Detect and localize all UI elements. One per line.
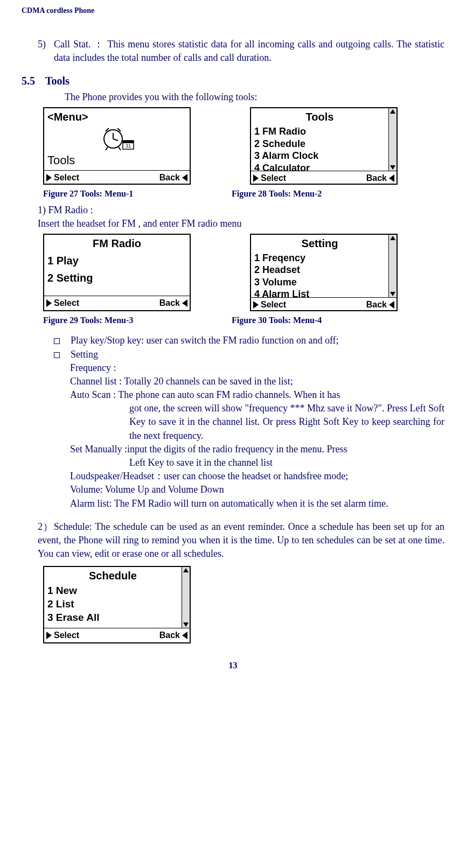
- softkey-select[interactable]: Select: [253, 299, 286, 311]
- softkey-back[interactable]: Back: [366, 299, 394, 311]
- autoscan-line1: Auto Scan : The phone can auto scan FM r…: [70, 388, 444, 402]
- menu-item[interactable]: 1 New: [47, 584, 178, 598]
- triangle-right-icon: [253, 301, 259, 309]
- list-text-5: Call Stat. ： This menu stores statistic …: [54, 38, 444, 65]
- scrollbar[interactable]: [182, 567, 190, 628]
- menu-item[interactable]: 3 Erase All: [47, 611, 178, 625]
- screen-28-title: Tools: [251, 108, 388, 125]
- section-title: Tools: [45, 73, 69, 88]
- scroll-up-icon: [390, 236, 395, 240]
- triangle-left-icon: [182, 299, 187, 307]
- section-5-5: 5.5 Tools: [22, 73, 444, 88]
- list-item-5: 5) Call Stat. ： This menu stores statist…: [38, 38, 444, 65]
- setman-line1: Set Manually :input the digits of the ra…: [70, 443, 444, 456]
- menu-item[interactable]: 1 FM Radio: [254, 125, 385, 138]
- screen-sched-title: Schedule: [44, 567, 182, 584]
- freq-line: Frequency :: [70, 361, 444, 375]
- svg-text:31: 31: [126, 143, 131, 149]
- screen-27: <Menu> 31 Tools Select Back: [43, 107, 191, 185]
- softkey-select[interactable]: Select: [46, 629, 79, 641]
- screen-28: Tools 1 FM Radio 2 Schedule 3 Alarm Cloc…: [250, 107, 398, 185]
- alarmlist-line: Alarm list: The FM Radio will turn on au…: [70, 497, 444, 510]
- list-num-5: 5): [38, 38, 54, 65]
- svg-line-3: [106, 147, 108, 150]
- triangle-left-icon: [182, 632, 187, 639]
- screen-27-body: 31: [44, 125, 190, 152]
- captions-row-2: Figure 29 Tools: Menu-3 Figure 30 Tools:…: [22, 314, 444, 326]
- triangle-left-icon: [182, 174, 187, 181]
- autoscan-line2: got one, the screen will show "frequency…: [129, 402, 444, 443]
- scroll-up-icon: [183, 568, 189, 572]
- bullet-play: Play key/Stop key: user can switch the F…: [54, 334, 444, 347]
- menu-item[interactable]: 1 Freqency: [254, 252, 385, 264]
- scroll-down-icon: [390, 292, 395, 296]
- svg-line-4: [119, 147, 121, 150]
- softkey-select[interactable]: Select: [253, 172, 286, 184]
- svg-line-2: [113, 139, 118, 141]
- screen-schedule: Schedule 1 New 2 List 3 Erase All Select…: [43, 566, 191, 643]
- scroll-down-icon: [183, 622, 189, 627]
- bullet-icon: [54, 338, 60, 344]
- loudspeaker-line: Loudspeaker/Headset：user can choose the …: [70, 470, 444, 483]
- menu-item[interactable]: 2 List: [47, 598, 178, 611]
- caption-27: Figure 27 Tools: Menu-1: [43, 188, 232, 200]
- scrollbar[interactable]: [388, 235, 397, 297]
- bullet-icon: [54, 352, 60, 358]
- triangle-left-icon: [389, 174, 394, 182]
- bullet-setting: Setting: [54, 348, 444, 361]
- fm-radio-heading: 1) FM Radio :: [38, 204, 444, 217]
- menu-item[interactable]: 2 Setting: [47, 269, 186, 286]
- scrollbar[interactable]: [388, 108, 397, 171]
- screens-row-1: <Menu> 31 Tools Select Back Tools: [43, 107, 444, 185]
- page-number: 13: [22, 660, 444, 671]
- softkey-back[interactable]: Back: [159, 172, 187, 184]
- fm-insert-text: Insert the headset for FM , and enter FM…: [38, 217, 444, 230]
- softkey-select[interactable]: Select: [46, 297, 79, 309]
- softkey-back[interactable]: Back: [366, 172, 394, 184]
- doc-header: CDMA cordless Phone: [22, 5, 444, 16]
- menu-item[interactable]: 2 Headset: [254, 264, 385, 276]
- softkey-back[interactable]: Back: [159, 297, 187, 309]
- screen-27-label: Tools: [44, 152, 190, 170]
- screen-30-title: Setting: [251, 235, 388, 252]
- menu-item[interactable]: 3 Alarm Clock: [254, 150, 385, 162]
- caption-30: Figure 30 Tools: Menu-4: [232, 314, 322, 326]
- tools-intro: The Phone provides you with the followin…: [65, 90, 444, 104]
- softkey-select[interactable]: Select: [46, 172, 79, 184]
- scroll-down-icon: [390, 165, 395, 170]
- volume-line: Volume: Volume Up and Volume Down: [70, 483, 444, 496]
- setman-line2: Left Key to save it in the channel list: [129, 456, 444, 470]
- triangle-right-icon: [46, 632, 52, 639]
- triangle-right-icon: [46, 299, 52, 307]
- menu-item[interactable]: 3 Volume: [254, 276, 385, 289]
- captions-row-1: Figure 27 Tools: Menu-1 Figure 28 Tools:…: [22, 188, 444, 200]
- section-num: 5.5: [22, 73, 45, 88]
- alarm-clock-icon: 31: [98, 125, 136, 152]
- scroll-up-icon: [390, 109, 395, 114]
- caption-28: Figure 28 Tools: Menu-2: [232, 188, 322, 200]
- softkey-back[interactable]: Back: [159, 629, 187, 641]
- screen-29-title: FM Radio: [44, 235, 190, 252]
- schedule-paragraph: 2）Schedule: The schedule can be used as …: [38, 520, 444, 561]
- screen-29: FM Radio 1 Play 2 Setting Select Back: [43, 234, 191, 311]
- triangle-left-icon: [389, 301, 394, 309]
- triangle-right-icon: [253, 174, 259, 182]
- screens-row-2: FM Radio 1 Play 2 Setting Select Back Se…: [43, 234, 444, 311]
- chanlist-line: Channel list : Totally 20 channels can b…: [70, 375, 444, 388]
- screen-27-title: <Menu>: [44, 108, 190, 125]
- screen-30: Setting 1 Freqency 2 Headset 3 Volume 4 …: [250, 234, 398, 311]
- menu-item[interactable]: 1 Play: [47, 252, 186, 269]
- caption-29: Figure 29 Tools: Menu-3: [43, 314, 232, 326]
- menu-item[interactable]: 2 Schedule: [254, 138, 385, 150]
- triangle-right-icon: [46, 174, 52, 181]
